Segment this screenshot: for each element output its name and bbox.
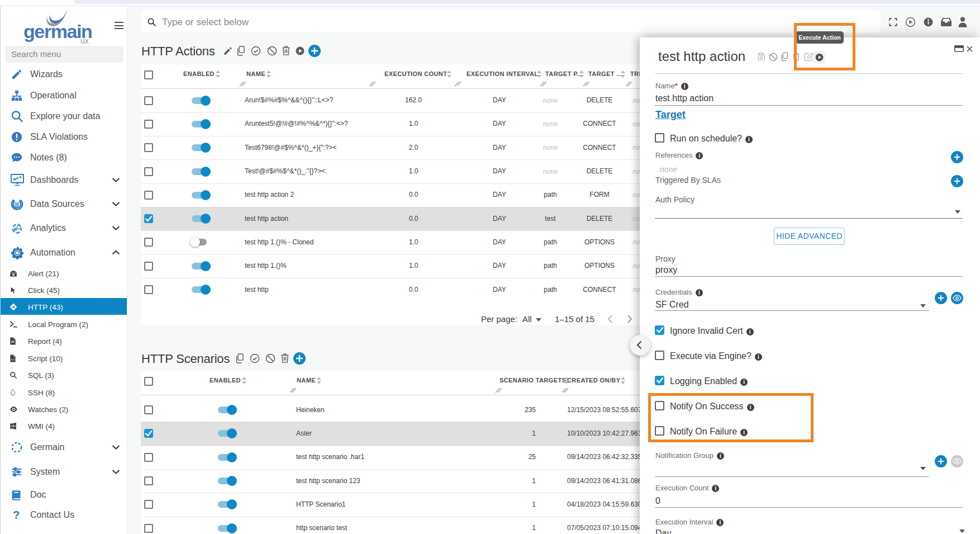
- svg-text:</>: </>: [11, 358, 17, 361]
